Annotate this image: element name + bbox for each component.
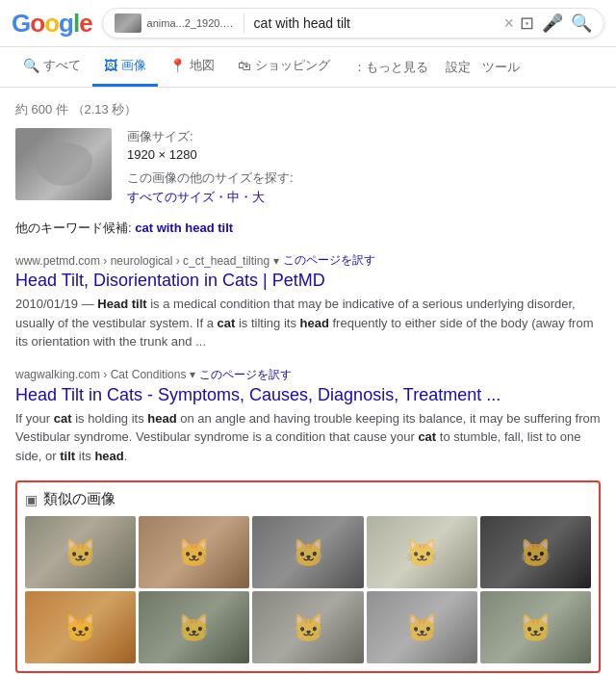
settings-link[interactable]: 設定 <box>446 59 471 76</box>
keyword-suggestion-link[interactable]: cat with head tilt <box>135 220 233 235</box>
tab-all-icon: 🔍 <box>23 58 39 73</box>
reference-image-thumbnail[interactable] <box>15 128 112 200</box>
keyword-suggestion: 他のキーワード候補: cat with head tilt <box>15 220 601 237</box>
other-sizes-link[interactable]: すべてのサイズ・中・大 <box>127 189 294 206</box>
result-1-url: www.petmd.com › neurological › c_ct_head… <box>15 252 601 269</box>
images-grid <box>25 516 591 663</box>
result-stats: 約 600 件 （2.13 秒） <box>15 95 601 128</box>
search-bar[interactable]: anima...2_1920.jpg cat with head tilt × … <box>102 8 604 39</box>
similar-image-7[interactable] <box>139 591 249 663</box>
similar-image-3[interactable] <box>252 516 363 588</box>
result-2-url: wagwalking.com › Cat Conditions ▾ このページを… <box>15 367 601 383</box>
similar-image-1[interactable] <box>25 516 136 588</box>
similar-image-6[interactable] <box>25 591 136 663</box>
result-1-title[interactable]: Head Tilt, Disorientation in Cats | PetM… <box>15 271 601 291</box>
tab-images-icon: 🖼 <box>104 58 117 73</box>
header: Google anima...2_1920.jpg cat with head … <box>0 0 616 47</box>
result-1-url-text: www.petmd.com › neurological › c_ct_head… <box>15 254 270 268</box>
search-thumbnail-image <box>115 13 141 33</box>
search-text[interactable]: cat with head tilt <box>254 15 499 31</box>
result-2-title[interactable]: Head Tilt in Cats - Symptoms, Causes, Di… <box>15 385 601 405</box>
search-submit-icon[interactable]: 🔍 <box>571 13 592 34</box>
image-details: 画像サイズ: 1920 × 1280 この画像の他のサイズを探す: すべてのサイ… <box>127 128 294 206</box>
similar-image-2[interactable] <box>139 516 249 588</box>
result-1-dropdown-icon[interactable]: ▾ <box>273 254 279 268</box>
similar-images-icon: ▣ <box>25 492 38 507</box>
tab-more[interactable]: ：もっと見る <box>342 49 440 86</box>
google-logo: Google <box>12 9 92 39</box>
nav-right-actions: 設定 ツール <box>446 49 520 86</box>
result-1-translate[interactable]: このページを訳す <box>283 252 375 269</box>
images-row-2 <box>25 591 591 663</box>
tab-shopping-label: ショッピング <box>255 57 330 74</box>
main-content: 約 600 件 （2.13 秒） 画像サイズ: 1920 × 1280 この画像… <box>0 88 616 674</box>
image-info-box: 画像サイズ: 1920 × 1280 この画像の他のサイズを探す: すべてのサイ… <box>15 128 601 206</box>
similar-images-header: ▣ 類似の画像 <box>25 490 591 508</box>
tab-all-label: すべて <box>43 57 81 74</box>
search-action-icons: ⊡ 🎤 🔍 <box>520 13 592 34</box>
tab-more-label: ：もっと見る <box>353 59 428 76</box>
camera-search-icon[interactable]: ⊡ <box>520 13 534 34</box>
image-size-label: 画像サイズ: <box>127 128 294 145</box>
tab-maps-label: 地図 <box>190 57 215 74</box>
nav-tabs: 🔍 すべて 🖼 画像 📍 地図 🛍 ショッピング ：もっと見る 設定 ツール <box>0 47 616 88</box>
similar-images-section: ▣ 類似の画像 <box>15 480 601 673</box>
search-clear-icon[interactable]: × <box>503 13 514 34</box>
similar-images-title: 類似の画像 <box>43 490 116 508</box>
tools-link[interactable]: ツール <box>482 59 520 76</box>
similar-image-9[interactable] <box>367 591 477 663</box>
result-2-dropdown-icon[interactable]: ▾ <box>190 368 195 381</box>
image-size-value: 1920 × 1280 <box>127 147 294 162</box>
result-2-snippet: If your cat is holding its head on an an… <box>15 409 601 466</box>
tab-maps[interactable]: 📍 地図 <box>158 47 226 87</box>
similar-image-8[interactable] <box>252 591 363 663</box>
result-2-translate[interactable]: このページを訳す <box>199 367 292 383</box>
similar-image-4[interactable] <box>367 516 477 588</box>
search-thumbnail-label: anima...2_1920.jpg <box>147 17 234 29</box>
result-1-snippet: 2010/01/19 — Head tilt is a medical cond… <box>15 295 601 351</box>
result-2-url-text: wagwalking.com › Cat Conditions <box>15 368 186 381</box>
similar-image-10[interactable] <box>480 591 591 663</box>
search-divider <box>244 13 244 33</box>
other-sizes-label: この画像の他のサイズを探す: <box>127 169 294 187</box>
tab-all[interactable]: 🔍 すべて <box>12 47 92 87</box>
images-row-1 <box>25 516 591 588</box>
tab-images-label: 画像 <box>121 57 146 74</box>
tab-images[interactable]: 🖼 画像 <box>92 47 158 87</box>
tab-shopping-icon: 🛍 <box>238 58 251 73</box>
tab-maps-icon: 📍 <box>169 58 186 73</box>
keyword-prefix: 他のキーワード候補: <box>15 220 132 235</box>
tab-shopping[interactable]: 🛍 ショッピング <box>226 47 342 87</box>
mic-icon[interactable]: 🎤 <box>542 13 563 34</box>
search-result-2: wagwalking.com › Cat Conditions ▾ このページを… <box>15 367 601 466</box>
similar-image-5[interactable] <box>480 516 591 588</box>
search-result-1: www.petmd.com › neurological › c_ct_head… <box>15 252 601 351</box>
